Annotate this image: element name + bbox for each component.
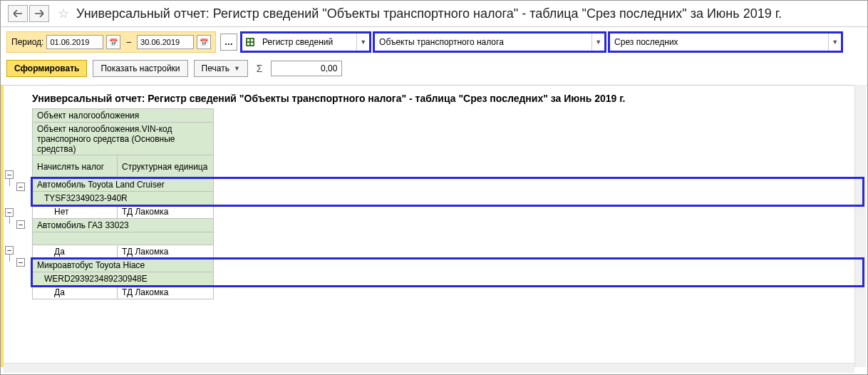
report-title: Универсальный отчет: Регистр сведений "О… (32, 90, 863, 108)
sum-field[interactable] (271, 61, 342, 76)
arrow-left-icon (14, 10, 22, 17)
register-value: Объекты транспортного налога (375, 37, 591, 47)
report-inner: Универсальный отчет: Регистр сведений "О… (4, 86, 867, 304)
report-group: Микроавтобус Toyota HiaceWERD29392348923… (32, 259, 863, 286)
tree-collapse-button[interactable]: – (5, 246, 14, 255)
grid-icon (242, 38, 258, 46)
data-row[interactable]: ДаТД Лакомка (32, 286, 863, 299)
calendar-icon: 📅 (200, 38, 208, 46)
group-object-cell: Автомобиль ГАЗ 33023 (32, 219, 214, 232)
tree-collapse-button[interactable]: – (5, 170, 14, 179)
horizontal-scrollbar[interactable] (4, 363, 854, 373)
group-object-row[interactable]: Автомобиль ГАЗ 33023 (32, 219, 863, 232)
period-label: Период: (11, 37, 43, 47)
data-row[interactable]: НетТД Лакомка (32, 205, 863, 219)
show-settings-label: Показать настройки (100, 63, 180, 73)
group-vin-cell: WERD293923489230948E (32, 272, 214, 286)
group-vin-cell (32, 232, 214, 245)
header-row-1: Объект налогообложения (32, 108, 863, 123)
tax-cell: Нет (32, 205, 118, 219)
group-object-cell: Автомобиль Toyota Land Cruiser (32, 178, 214, 192)
unit-cell: ТД Лакомка (118, 286, 214, 299)
back-button[interactable] (8, 5, 28, 22)
parameters-toolbar: Период: 📅 – 📅 … Регистр сведений ▼ Объек… (1, 27, 867, 57)
tree-collapse-button[interactable]: – (5, 208, 14, 217)
group-object-row[interactable]: Микроавтобус Toyota Hiace (32, 259, 863, 272)
table-value: Срез последних (610, 37, 828, 47)
report-group: Автомобиль Toyota Land CruiserTYSF323490… (32, 178, 863, 205)
print-button[interactable]: Печать ▼ (194, 60, 248, 77)
forward-button[interactable] (29, 5, 49, 22)
generate-label: Сформировать (14, 63, 79, 73)
tree-collapse-button[interactable]: – (16, 258, 25, 267)
header-object: Объект налогообложения (32, 108, 214, 123)
calendar-from-button[interactable]: 📅 (106, 35, 120, 49)
print-label: Печать (202, 63, 229, 73)
group-vin-row[interactable]: TYSF32349023-940R (32, 192, 863, 205)
tree-collapse-button[interactable]: – (16, 220, 25, 229)
chevron-down-icon: ▼ (234, 65, 240, 72)
app-window: ☆ Универсальный отчет: Регистр сведений … (0, 0, 868, 375)
header-vin: Объект налогообложения.VIN-код транспорн… (32, 123, 214, 155)
source-type-combo[interactable]: Регистр сведений ▼ (242, 33, 370, 51)
unit-cell: ТД Лакомка (118, 245, 214, 259)
header-row-3: Начислять налог Структурная единица (32, 155, 863, 178)
tree-line (9, 217, 10, 224)
header-unit: Структурная единица (118, 155, 214, 178)
header-tax: Начислять налог (32, 155, 118, 178)
show-settings-button[interactable]: Показать настройки (93, 60, 187, 77)
group-vin-row[interactable] (32, 232, 863, 245)
report-group: Автомобиль ГАЗ 33023 (32, 219, 863, 245)
table-combo[interactable]: Срез последних ▼ (609, 33, 842, 51)
calendar-to-button[interactable]: 📅 (197, 35, 211, 49)
source-type-value: Регистр сведений (258, 37, 356, 47)
register-combo[interactable]: Объекты транспортного налога ▼ (374, 33, 605, 51)
data-row[interactable]: ДаТД Лакомка (32, 245, 863, 259)
tree-collapse-button[interactable]: – (16, 183, 25, 191)
tree-line (9, 255, 10, 262)
chevron-down-icon[interactable]: ▼ (356, 34, 369, 51)
tree-line (9, 179, 10, 186)
page-title: Универсальный отчет: Регистр сведений "О… (76, 6, 782, 21)
generate-button[interactable]: Сформировать (6, 60, 87, 77)
group-vin-cell: TYSF32349023-940R (32, 192, 214, 205)
report-area: Универсальный отчет: Регистр сведений "О… (1, 85, 867, 367)
tax-cell: Да (32, 286, 118, 299)
chevron-down-icon[interactable]: ▼ (591, 34, 604, 51)
unit-cell: ТД Лакомка (118, 205, 214, 219)
group-vin-row[interactable]: WERD293923489230948E (32, 272, 863, 286)
group-object-cell: Микроавтобус Toyota Hiace (32, 259, 214, 272)
period-box: Период: 📅 – 📅 (6, 31, 216, 53)
date-from-input[interactable] (46, 35, 103, 49)
chevron-down-icon[interactable]: ▼ (828, 34, 841, 51)
title-bar: ☆ Универсальный отчет: Регистр сведений … (1, 1, 867, 27)
vertical-scrollbar[interactable] (854, 85, 866, 367)
tax-cell: Да (32, 245, 118, 259)
period-choose-button[interactable]: … (220, 34, 237, 51)
arrow-right-icon (35, 10, 43, 17)
header-row-2: Объект налогообложения.VIN-код транспорн… (32, 123, 863, 155)
ellipsis-icon: … (224, 37, 233, 47)
period-dash: – (123, 37, 134, 47)
group-object-row[interactable]: Автомобиль Toyota Land Cruiser (32, 178, 863, 192)
sigma-icon: Σ (254, 63, 266, 74)
date-to-input[interactable] (137, 35, 194, 49)
calendar-icon: 📅 (109, 38, 118, 46)
favorite-star-icon[interactable]: ☆ (58, 6, 69, 21)
report-groups: Автомобиль Toyota Land CruiserTYSF323490… (32, 178, 863, 299)
actions-toolbar: Сформировать Показать настройки Печать ▼… (1, 57, 867, 83)
